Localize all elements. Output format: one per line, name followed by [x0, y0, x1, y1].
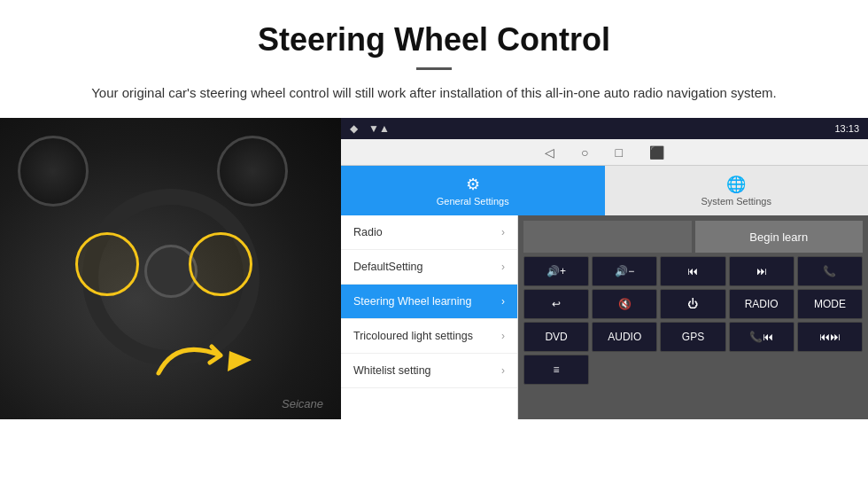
- menu-radio-label: Radio: [353, 226, 383, 238]
- btn-audio[interactable]: AUDIO: [592, 322, 657, 352]
- tab-general-label: General Settings: [437, 196, 509, 207]
- status-bar: ◆ ▼▲ 13:13: [341, 118, 868, 139]
- begin-learn-label: Begin learn: [749, 230, 808, 244]
- btn-power[interactable]: ⏻: [660, 289, 725, 319]
- btn-radio[interactable]: RADIO: [729, 289, 794, 319]
- menu-steering-arrow: ›: [501, 295, 505, 308]
- menu-item-whitelist[interactable]: Whitelist setting ›: [341, 354, 517, 388]
- vol-down-icon: 🔊−: [615, 265, 634, 277]
- btn-gps[interactable]: GPS: [660, 322, 725, 352]
- menu-tricolour-label: Tricoloured light settings: [353, 330, 473, 342]
- btn-row-2: ↩ 🔇 ⏻ RADIO MODE: [523, 289, 863, 319]
- settings-icon: ⚙: [466, 175, 480, 194]
- gauge-right: [217, 136, 288, 207]
- prev-next-icon: ⏮⏭: [819, 331, 841, 343]
- grid-empty-box: [523, 221, 692, 253]
- status-time: 13:13: [834, 123, 859, 134]
- page-wrapper: Steering Wheel Control Your original car…: [0, 0, 868, 419]
- mode-label: MODE: [814, 298, 846, 310]
- btn-menu[interactable]: ≡: [523, 355, 589, 385]
- menu-whitelist-arrow: ›: [501, 364, 505, 377]
- menu-grid-area: Radio › DefaultSetting › Steering Wheel …: [341, 215, 868, 419]
- btn-back[interactable]: ↩: [523, 289, 589, 319]
- btn-prev-next[interactable]: ⏮⏭: [797, 322, 863, 352]
- btn-prev[interactable]: ⏮: [660, 256, 725, 286]
- menu-default-arrow: ›: [501, 261, 505, 273]
- content-area: Seicane ◆ ▼▲ 13:13 ◁ ○ □ ⬛: [0, 118, 868, 419]
- menu-steering-label: Steering Wheel learning: [353, 295, 471, 308]
- tab-general-settings[interactable]: ⚙ General Settings: [341, 166, 605, 215]
- menu-list: Radio › DefaultSetting › Steering Wheel …: [341, 215, 518, 419]
- power-icon: ⏻: [687, 298, 698, 310]
- btn-mute[interactable]: 🔇: [592, 289, 657, 319]
- btn-phone[interactable]: 📞: [797, 256, 863, 286]
- android-panel: ◆ ▼▲ 13:13 ◁ ○ □ ⬛ ⚙ General Settings: [341, 118, 868, 419]
- btn-row-1: 🔊+ 🔊− ⏮ ⏭ 📞: [523, 256, 863, 286]
- menu-item-default[interactable]: DefaultSetting ›: [341, 250, 517, 285]
- btn-dvd[interactable]: DVD: [523, 322, 589, 352]
- vol-up-icon: 🔊+: [546, 265, 566, 277]
- menu-tricolour-arrow: ›: [501, 330, 505, 342]
- steering-wheel-image: Seicane: [0, 118, 341, 419]
- menu-icon: ≡: [554, 363, 560, 376]
- menu-whitelist-label: Whitelist setting: [353, 364, 431, 377]
- menu-default-label: DefaultSetting: [353, 261, 423, 273]
- radio-label: RADIO: [745, 298, 779, 310]
- audio-label: AUDIO: [608, 331, 641, 343]
- mute-icon: 🔇: [618, 298, 632, 310]
- grid-top-row: Begin learn: [523, 221, 863, 253]
- phone-icon: 📞: [823, 265, 836, 277]
- btn-highlight-left: [75, 232, 139, 296]
- tel-prev-icon: 📞⏮: [749, 331, 773, 343]
- svg-marker-1: [228, 351, 252, 371]
- system-icon: 🌐: [726, 175, 746, 194]
- nav-bar: ◁ ○ □ ⬛: [341, 139, 868, 166]
- grid-panel: Begin learn 🔊+ 🔊− ⏮: [518, 215, 868, 419]
- next-icon: ⏭: [756, 265, 767, 277]
- back-icon[interactable]: ◁: [545, 145, 554, 160]
- title-divider: [416, 67, 452, 70]
- btn-mode[interactable]: MODE: [797, 289, 863, 319]
- btn-highlight-right: [189, 232, 252, 296]
- gps-label: GPS: [682, 331, 704, 343]
- status-right: 13:13: [834, 123, 859, 134]
- begin-learn-button[interactable]: Begin learn: [695, 221, 864, 253]
- btn-vol-up[interactable]: 🔊+: [523, 256, 589, 286]
- menu-radio-arrow: ›: [501, 226, 505, 238]
- status-left: ◆ ▼▲: [350, 122, 390, 135]
- prev-icon: ⏮: [687, 265, 698, 277]
- menu-item-tricolour[interactable]: Tricoloured light settings ›: [341, 319, 517, 354]
- dvd-label: DVD: [545, 331, 567, 343]
- btn-tel-prev[interactable]: 📞⏮: [729, 322, 794, 352]
- tab-bar: ⚙ General Settings 🌐 System Settings: [341, 166, 868, 215]
- tab-system-label: System Settings: [701, 196, 771, 207]
- tab-system-settings[interactable]: 🌐 System Settings: [605, 166, 869, 215]
- screenshot-icon[interactable]: ⬛: [649, 145, 664, 160]
- home-icon[interactable]: ○: [581, 145, 588, 160]
- back-call-icon: ↩: [552, 298, 561, 310]
- recent-icon[interactable]: □: [616, 145, 623, 160]
- menu-item-steering[interactable]: Steering Wheel learning ›: [341, 285, 517, 319]
- btn-next[interactable]: ⏭: [729, 256, 794, 286]
- btn-row-3: DVD AUDIO GPS 📞⏮ ⏮⏭: [523, 322, 863, 352]
- page-title: Steering Wheel Control: [53, 21, 815, 59]
- watermark: Seicane: [282, 397, 323, 410]
- header-section: Steering Wheel Control Your original car…: [0, 0, 868, 118]
- menu-item-radio[interactable]: Radio ›: [341, 215, 517, 250]
- signal-icon: ▼▲: [368, 122, 390, 135]
- gauge-left: [18, 136, 89, 207]
- btn-row-4: ≡: [523, 355, 863, 385]
- arrow-indicator: [150, 329, 256, 394]
- location-icon: ◆: [350, 122, 358, 135]
- subtitle: Your original car's steering wheel contr…: [53, 82, 815, 104]
- btn-vol-down[interactable]: 🔊−: [592, 256, 657, 286]
